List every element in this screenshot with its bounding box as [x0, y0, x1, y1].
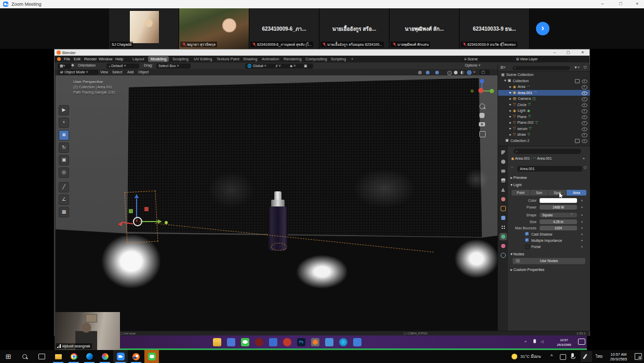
presenter-app-icon[interactable]	[283, 338, 291, 346]
media-app-icon[interactable]	[98, 350, 112, 363]
light-type-point[interactable]: Point	[512, 190, 530, 196]
gizmo-y-axis[interactable]	[140, 221, 158, 222]
pin-icon[interactable]: ⌖	[583, 155, 585, 162]
animate-dot[interactable]	[581, 200, 583, 201]
menu-select[interactable]: Select	[112, 69, 122, 75]
menu-view[interactable]: View	[100, 69, 108, 75]
eye-icon[interactable]	[582, 109, 587, 113]
move-tool-icon[interactable]: ⊕	[59, 130, 69, 140]
presenter-app-icon[interactable]	[353, 338, 361, 346]
animate-dot[interactable]	[581, 234, 583, 235]
render-tab-icon[interactable]	[500, 159, 506, 165]
snap-magnet-dropdown[interactable]: ◈ ˅	[288, 63, 302, 69]
next-participants-button[interactable]: ›	[536, 22, 549, 35]
keyboard-language-indicator[interactable]: ไทย	[596, 350, 602, 363]
outliner-search-input[interactable]: ⌕	[513, 66, 570, 70]
participant-tile[interactable]: SJ Chayada	[109, 8, 179, 49]
menu-help[interactable]: Help	[115, 56, 123, 62]
axis-neg-ball[interactable]	[471, 89, 474, 93]
filter-funnel-icon[interactable]: ▼˅	[574, 64, 580, 71]
tab-modeling[interactable]: Modeling	[148, 56, 169, 62]
presenter-tray-chevron[interactable]: ^	[525, 340, 527, 344]
eye-icon[interactable]	[582, 139, 587, 144]
presenter-app-icon[interactable]	[269, 338, 277, 346]
menu-object[interactable]: Object	[138, 69, 149, 75]
presenter-mic-icon[interactable]	[533, 339, 536, 343]
presenter-clock[interactable]: 10:57 26/3/2565	[552, 338, 576, 347]
transform-orientation-dropdown[interactable]: ⟓ Default ˅	[106, 63, 139, 69]
participant-tile[interactable]: นายพุฒิพงศ์ ลัก... นายพุฒิพงศ์ ศักแสน	[390, 8, 460, 49]
gizmo-center[interactable]	[133, 217, 142, 226]
light-type-sun[interactable]: Sun	[530, 190, 548, 196]
taskbar-clock[interactable]: 10:57 AM 26/3/2565	[607, 352, 630, 361]
eye-icon[interactable]	[582, 133, 587, 137]
minimize-button[interactable]: –	[595, 0, 610, 8]
color-swatch[interactable]	[540, 198, 577, 203]
presenter-speaker-icon[interactable]: ◁	[541, 340, 543, 344]
tab-texture-paint[interactable]: Texture Paint	[214, 56, 242, 62]
snap-toggle-icon[interactable]	[426, 71, 430, 74]
search-button[interactable]	[18, 350, 32, 363]
animate-dot[interactable]	[581, 206, 583, 208]
shading-dropdown-arrow[interactable]: ˅	[473, 69, 475, 75]
axis-y-ball[interactable]	[490, 89, 494, 93]
proportional-edit-dropdown[interactable]: ∂ ˅	[274, 63, 288, 69]
eye-icon[interactable]	[582, 92, 587, 96]
max-bounces-value[interactable]: 1024	[540, 226, 577, 230]
gizmo-plane-handle-red[interactable]	[144, 207, 149, 211]
self-view-video[interactable]: kijdusit seangnak	[55, 312, 120, 350]
physics-tab-icon[interactable]	[500, 252, 506, 258]
outliner-row-circle[interactable]: ▸ ▽ Circle ▽	[498, 102, 590, 108]
line-app-icon-attention[interactable]	[144, 350, 159, 363]
presenter-app-icon[interactable]	[227, 338, 235, 346]
area-light-outline[interactable]	[124, 190, 158, 243]
weather-text[interactable]: 31°C มีเมฆ	[520, 350, 541, 363]
zoom-view-icon[interactable]	[479, 103, 485, 109]
maximize-button[interactable]: □	[613, 0, 628, 8]
eye-icon[interactable]	[582, 97, 587, 101]
custom-properties-header[interactable]: ▸ Custom Properties	[511, 267, 544, 273]
cursor-tool-icon[interactable]: +	[59, 118, 69, 128]
start-button[interactable]: ⊞	[1, 350, 16, 363]
tab-scripting[interactable]: Scripting	[328, 56, 348, 62]
presenter-action-center-icon[interactable]	[578, 339, 585, 345]
screen-toggle-icon[interactable]	[575, 79, 580, 83]
presenter-edge-icon[interactable]	[339, 338, 347, 346]
multiple-importance-checkbox[interactable]: ✓	[525, 238, 529, 242]
outliner-row-collection2[interactable]: ▣ Collection 2	[498, 138, 590, 144]
tab-sculpting[interactable]: Sculpting	[170, 56, 191, 62]
eye-icon[interactable]	[582, 80, 587, 84]
proportional-icon[interactable]	[418, 71, 422, 74]
screen-toggle-icon[interactable]	[575, 139, 580, 143]
properties-search-input[interactable]: ⌕	[514, 149, 581, 154]
3d-viewport[interactable]: User Perspective (2) Collection | Area.0…	[56, 75, 498, 331]
onedrive-tray-icon[interactable]	[560, 354, 566, 360]
outliner-row-area[interactable]: ▸ ◉ Area ◠	[498, 84, 590, 90]
tab-compositing[interactable]: Compositing	[303, 56, 330, 62]
preview-section-header[interactable]: ▸ Preview	[511, 175, 527, 180]
animate-dot[interactable]	[581, 246, 583, 248]
light-type-spot[interactable]: Spot	[548, 190, 567, 196]
menu-edit[interactable]: Edit	[74, 56, 81, 62]
object-mode-dropdown[interactable]: 🖳 Object Mode ˅	[58, 70, 98, 75]
measure-tool-icon[interactable]: ∠	[59, 195, 69, 205]
presenter-line-icon[interactable]	[241, 338, 249, 346]
animate-dot[interactable]	[581, 214, 583, 216]
outliner-row-straw[interactable]: ▸ ▽ straw ▽	[498, 132, 590, 138]
outliner-row-camera[interactable]: ▸ ▤ Camera ◫	[498, 96, 590, 102]
menu-window[interactable]: Window	[99, 56, 113, 62]
rendered-shading-icon[interactable]	[467, 71, 471, 74]
file-explorer-icon[interactable]	[51, 350, 65, 363]
tab-rendering[interactable]: Rendering	[281, 56, 304, 62]
editor-type-icon[interactable]: ☰˅	[500, 64, 505, 71]
object-data-tab-icon[interactable]	[500, 234, 506, 240]
animate-dot[interactable]	[581, 221, 583, 223]
output-tab-icon[interactable]	[500, 168, 506, 174]
outliner-row-serum[interactable]: ▸ ▽ serum ▽	[498, 126, 590, 132]
eye-icon[interactable]	[582, 127, 587, 132]
eye-icon[interactable]	[582, 115, 587, 120]
axis-origin-ball[interactable]	[478, 88, 484, 93]
participant-tile[interactable]: นายเอื้ออังกูร สร้อ... นายเอื้ออังกูร สร…	[319, 8, 390, 49]
breadcrumb-object[interactable]: Area.001	[515, 157, 530, 160]
wireframe-shading-icon[interactable]	[447, 71, 452, 75]
